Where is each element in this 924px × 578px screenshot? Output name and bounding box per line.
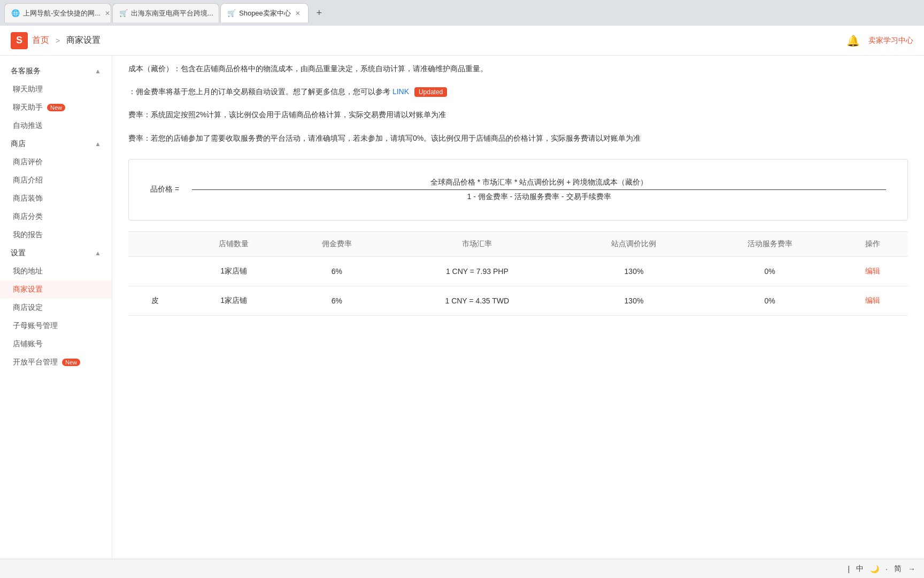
- row2-action[interactable]: 编辑: [838, 286, 908, 315]
- statusbar-zh[interactable]: 中: [856, 564, 864, 574]
- shopee-logo: S: [11, 32, 28, 49]
- col-header-exchange-rate: 市场汇率: [388, 231, 566, 256]
- tab-3[interactable]: 🛒 Shopee卖家中心 ✕: [220, 3, 309, 22]
- sidebar-item-chat-helper[interactable]: 聊天助手 New: [0, 98, 112, 117]
- nav-page-title: 商家设置: [66, 35, 101, 46]
- tab-1-icon: 🌐: [11, 9, 20, 17]
- sidebar-item-merchant-settings[interactable]: 商家设置: [0, 280, 112, 299]
- info-line-3: 费率：系统固定按照2%计算，该比例仅会用于店铺商品价格计算，实际交易费用请以对账…: [128, 102, 908, 125]
- tab-3-icon: 🛒: [227, 9, 236, 17]
- sidebar-item-store-account-label: 店铺账号: [13, 339, 43, 349]
- sidebar-item-open-platform-label: 开放平台管理: [13, 358, 58, 367]
- sidebar-section-shop-header[interactable]: 商店 ▲: [0, 135, 112, 153]
- formula-numerator: 全球商品价格 * 市场汇率 * 站点调价比例 + 跨境物流成本（藏价）: [192, 176, 886, 190]
- sidebar-section-settings-label: 设置: [11, 248, 26, 258]
- row2-exchange-rate: 1 CNY = 4.35 TWD: [388, 286, 566, 315]
- nav-home-link[interactable]: 首页: [32, 35, 49, 46]
- col-header-store-count: 店铺数量: [182, 231, 286, 256]
- sidebar-section-customer-service-header[interactable]: 各客服务 ▲: [0, 62, 112, 80]
- tab-2-close[interactable]: ✕: [217, 9, 219, 18]
- sidebar-section-customer-service: 各客服务 ▲ 聊天助理 聊天助手 New 自动推送: [0, 62, 112, 135]
- row1-action[interactable]: 编辑: [838, 256, 908, 286]
- sidebar-item-auto-push-label: 自动推送: [13, 121, 43, 131]
- info-line-4-text: 费率：若您的店铺参加了需要收取服务费的平台活动，请准确填写，若未参加，请填写0%…: [128, 134, 641, 142]
- main-content: 成本（藏价）：包含在店铺商品价格中的物流成本，由商品重量决定，系统自动计算，请准…: [112, 56, 924, 578]
- sidebar-item-sub-account[interactable]: 子母账号管理: [0, 317, 112, 335]
- link-text[interactable]: LINK: [392, 87, 409, 96]
- formula-denominator: 1 - 佣金费率 - 活动服务费率 - 交易手续费率: [192, 190, 886, 204]
- info-line-3-text: 费率：系统固定按照2%计算，该比例仅会用于店铺商品价格计算，实际交易费用请以对账…: [128, 110, 446, 119]
- col-header-action: 操作: [838, 231, 908, 256]
- sidebar-item-store-account[interactable]: 店铺账号: [0, 335, 112, 353]
- table-row: 1家店铺 6% 1 CNY = 7.93 PHP 130% 0% 编辑: [128, 256, 908, 286]
- content-area: 成本（藏价）：包含在店铺商品价格中的物流成本，由商品重量决定，系统自动计算，请准…: [112, 56, 924, 316]
- sidebar-item-open-platform[interactable]: 开放平台管理 New: [0, 353, 112, 371]
- row1-site-adjustment: 130%: [566, 256, 702, 286]
- new-badge-open-platform: New: [62, 359, 80, 366]
- chevron-up-icon: ▲: [95, 67, 101, 75]
- nav-right: 🔔 卖家学习中心: [846, 34, 913, 47]
- app-body: 各客服务 ▲ 聊天助理 聊天助手 New 自动推送 商店 ▲: [0, 56, 924, 578]
- sidebar-item-auto-push[interactable]: 自动推送: [0, 117, 112, 135]
- sidebar-item-shop-intro[interactable]: 商店介绍: [0, 171, 112, 189]
- info-line-2-text: ：佣金费率将基于您上月的订单交易额自动设置。想了解更多信息，您可以参考: [128, 87, 390, 96]
- sidebar-item-chat-helper-label: 聊天助手: [13, 103, 43, 112]
- col-header-commission: 佣金费率: [285, 231, 388, 256]
- market-rate-link[interactable]: 市场汇率: [482, 178, 512, 186]
- sidebar-section-settings-header[interactable]: 设置 ▲: [0, 244, 112, 262]
- sidebar-item-shop-settings[interactable]: 商店设定: [0, 299, 112, 317]
- col-header-store-name: [128, 231, 182, 256]
- info-line-2: ：佣金费率将基于您上月的订单交易额自动设置。想了解更多信息，您可以参考 LINK…: [128, 79, 908, 102]
- col-header-site-adjustment: 站点调价比例: [566, 231, 702, 256]
- sidebar-item-my-report-label: 我的报告: [13, 230, 43, 240]
- row2-store-count: 1家店铺: [182, 286, 286, 315]
- study-center-link[interactable]: 卖家学习中心: [868, 36, 913, 45]
- statusbar-arrow-icon: →: [908, 565, 915, 573]
- statusbar-simplified[interactable]: 简: [894, 564, 902, 574]
- table-header: 店铺数量 佣金费率 市场汇率 站点调价比例 活动服务费率 操作: [128, 231, 908, 256]
- chevron-up-icon-shop: ▲: [95, 140, 101, 148]
- status-bar: | 中 🌙 · 简 →: [0, 559, 924, 578]
- row2-commission: 6%: [285, 286, 388, 315]
- table-header-row: 店铺数量 佣金费率 市场汇率 站点调价比例 活动服务费率 操作: [128, 231, 908, 256]
- tab-2[interactable]: 🛒 出海东南亚电商平台跨境... ✕: [112, 3, 219, 22]
- row2-store-name: 皮: [128, 286, 182, 315]
- row2-service-fee: 0%: [702, 286, 838, 315]
- sidebar-item-my-report[interactable]: 我的报告: [0, 226, 112, 244]
- row1-commission: 6%: [285, 256, 388, 286]
- sidebar-item-shop-settings-label: 商店设定: [13, 303, 43, 313]
- new-badge-chat-helper: New: [47, 104, 65, 111]
- notification-bell-icon[interactable]: 🔔: [846, 34, 860, 47]
- sidebar-section-shop-label: 商店: [11, 139, 26, 149]
- tab-1[interactable]: 🌐 上网导航-安全快捷的网... ✕: [4, 3, 111, 22]
- sidebar-item-shop-rating-label: 商店评价: [13, 157, 43, 167]
- col-header-service-fee: 活动服务费率: [702, 231, 838, 256]
- tab-3-label: Shopee卖家中心: [239, 9, 291, 18]
- row1-store-count: 1家店铺: [182, 256, 286, 286]
- sidebar-item-sub-account-label: 子母账号管理: [13, 321, 58, 331]
- data-table: 店铺数量 佣金费率 市场汇率 站点调价比例 活动服务费率 操作 1家店铺 6%: [128, 231, 908, 316]
- row1-exchange-rate: 1 CNY = 7.93 PHP: [388, 256, 566, 286]
- sidebar-item-shop-category-label: 商店分类: [13, 212, 43, 222]
- row2-site-adjustment: 130%: [566, 286, 702, 315]
- sidebar-item-shop-category[interactable]: 商店分类: [0, 208, 112, 226]
- tab-3-close[interactable]: ✕: [294, 9, 302, 18]
- row2-edit-link[interactable]: 编辑: [865, 296, 880, 305]
- sidebar-item-my-address[interactable]: 我的地址: [0, 262, 112, 280]
- logo-text: S: [16, 35, 22, 46]
- sidebar-item-shop-intro-label: 商店介绍: [13, 176, 43, 185]
- statusbar-divider: |: [848, 565, 850, 573]
- row1-edit-link[interactable]: 编辑: [865, 267, 880, 275]
- formula-fraction: 全球商品价格 * 市场汇率 * 站点调价比例 + 跨境物流成本（藏价） 1 - …: [192, 176, 886, 204]
- new-tab-button[interactable]: +: [312, 5, 327, 20]
- sidebar-section-shop: 商店 ▲ 商店评价 商店介绍 商店装饰 商店分类 我的报告: [0, 135, 112, 244]
- formula-price-label: 品价格 =: [150, 185, 179, 194]
- statusbar-punct: ·: [886, 565, 888, 573]
- sidebar-section-customer-service-label: 各客服务: [11, 66, 41, 76]
- sidebar-item-shop-rating[interactable]: 商店评价: [0, 153, 112, 171]
- tab-1-close[interactable]: ✕: [104, 9, 111, 18]
- sidebar-item-my-address-label: 我的地址: [13, 267, 43, 276]
- sidebar-item-chat-assist[interactable]: 聊天助理: [0, 80, 112, 98]
- sidebar-item-shop-decoration[interactable]: 商店装饰: [0, 189, 112, 208]
- chevron-up-icon-settings: ▲: [95, 249, 101, 257]
